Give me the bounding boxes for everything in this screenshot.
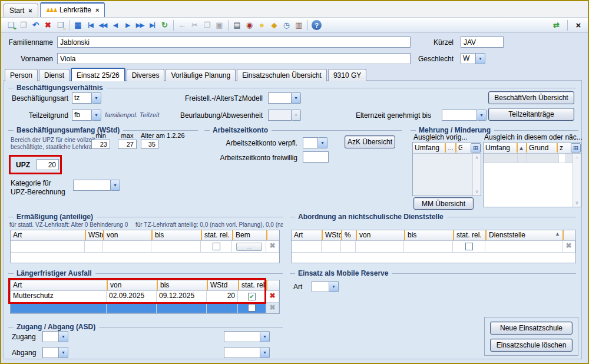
column-art[interactable]: Art [292, 230, 322, 240]
sort-icon[interactable]: ▴ [517, 143, 526, 153]
column-z[interactable]: z [557, 143, 564, 153]
window-close-icon[interactable]: × [573, 20, 584, 30]
column-art[interactable]: Art [11, 230, 85, 240]
column-dots[interactable]: ... [445, 143, 455, 153]
stat-rel-checkbox-checked[interactable]: ✔ [248, 293, 256, 300]
einsatzschule-loeschen-button[interactable]: Einsatzschule löschen [490, 339, 573, 352]
nav-next-fast-icon[interactable]: ▶▶ [134, 19, 146, 31]
scroll-down-icon[interactable]: ∨ [475, 189, 479, 194]
ausfall-row-mutterschutz[interactable]: Mutterschutz 02.09.2025 09.12.2025 20 ✔ … [11, 291, 279, 303]
back-icon[interactable]: ← [176, 19, 188, 31]
module-switch-icon[interactable]: ⇄ [550, 19, 562, 31]
reminder-clock-icon[interactable]: ◷ [280, 19, 293, 31]
column-picker-icon[interactable]: ⊞ [471, 143, 481, 153]
copy-icon[interactable]: ❐ [201, 19, 213, 31]
mobile-art-select[interactable]: ▾ [312, 281, 339, 292]
column-grund[interactable]: G [455, 143, 462, 153]
preview-icon[interactable]: ◉ [243, 19, 256, 31]
alter-input[interactable] [141, 140, 158, 149]
nav-last-icon[interactable]: ▶| [146, 19, 158, 31]
chevron-down-icon[interactable]: ▾ [59, 347, 68, 358]
vornamen-input[interactable] [57, 53, 411, 64]
new-record-icon[interactable]: ❏+ [5, 19, 17, 31]
tab-close-icon[interactable]: × [28, 7, 32, 14]
edit-form-icon[interactable]: ❒− [54, 19, 67, 31]
delete-row-icon[interactable]: ✖ [266, 303, 279, 313]
column-wstd[interactable]: WStd [85, 230, 103, 240]
teilzeitgrund-select[interactable]: fb ▾ [72, 110, 101, 121]
column-bis[interactable]: bis [151, 230, 201, 240]
notification-horn-icon[interactable]: ◆ [268, 19, 280, 31]
selected-empty-row[interactable]: ✖ [11, 303, 279, 313]
upz-input[interactable] [37, 159, 59, 170]
tab-einsatz[interactable]: Einsatz 25/26 [71, 68, 125, 81]
print-icon[interactable]: ▤ [231, 19, 243, 31]
chevron-down-icon[interactable]: ▾ [477, 110, 487, 121]
column-wstd[interactable]: WStd [322, 230, 341, 240]
empty-row[interactable]: ... ✖ [11, 241, 279, 253]
tab-diverses[interactable]: Diverses [127, 69, 165, 81]
save-icon[interactable]: ❐ [17, 19, 29, 31]
tab-dienst[interactable]: Dienst [39, 69, 70, 81]
column-von[interactable]: von [356, 230, 404, 240]
tab-9310-gy[interactable]: 9310 GY [328, 69, 366, 81]
nav-prev-icon[interactable]: ◀ [109, 19, 121, 31]
column-art[interactable]: Art [11, 280, 107, 290]
upz-max-input[interactable] [118, 140, 137, 149]
beschaeftigungsart-select[interactable]: tz ▾ [72, 92, 101, 104]
column-bem[interactable]: Bem [232, 230, 266, 240]
chevron-down-icon[interactable]: ▾ [318, 137, 327, 148]
paste-icon[interactable]: ▣ [213, 19, 226, 31]
data-list-icon[interactable]: ▦ [72, 19, 84, 31]
scrollbar[interactable]: ∧ ∨ [472, 154, 481, 196]
nav-next-icon[interactable]: ▶ [121, 19, 134, 31]
chevron-down-icon[interactable]: ▾ [260, 347, 270, 358]
elternzeit-select[interactable]: ▾ [442, 110, 487, 121]
undo-icon[interactable]: ↶ [29, 19, 42, 31]
familienname-input[interactable] [57, 37, 411, 48]
column-von[interactable]: von [107, 280, 157, 290]
kategorie-select[interactable]: ▾ [73, 180, 120, 191]
scroll-up-icon[interactable]: ∧ [475, 155, 479, 160]
column-bis[interactable]: bis [157, 280, 207, 290]
bem-ellipsis-button[interactable]: ... [236, 243, 262, 251]
column-umfang[interactable]: Umfang [484, 143, 517, 153]
scroll-up-icon[interactable]: ∧ [575, 155, 579, 160]
abgang-datum-select[interactable]: ▾ [224, 347, 270, 358]
tab-person[interactable]: Person [5, 69, 38, 81]
column-grund[interactable]: Grund [526, 143, 557, 153]
scroll-down-icon[interactable]: ∨ [575, 200, 579, 206]
hint-lightbulb-icon[interactable]: ● [256, 19, 268, 31]
chevron-down-icon[interactable]: ▾ [476, 53, 485, 64]
window-tab-lehrkraefte[interactable]: ♟♟♟ Lehrkräfte × [40, 2, 105, 17]
sort-asc-icon[interactable]: ▲ [555, 231, 560, 240]
chevron-down-icon[interactable]: ▾ [111, 180, 120, 191]
empty-row[interactable]: ✖ [292, 241, 575, 253]
upz-min-input[interactable] [91, 140, 110, 149]
azk-verpfl-select[interactable]: ▾ [303, 137, 327, 148]
delete-row-icon[interactable]: ✖ [266, 241, 279, 253]
delete-row-icon[interactable]: ✖ [562, 241, 575, 253]
stat-rel-checkbox[interactable] [465, 243, 473, 250]
geschlecht-select[interactable]: W ▾ [461, 53, 485, 64]
abgang-select[interactable]: ▾ [42, 347, 68, 358]
chevron-down-icon[interactable]: ▾ [92, 92, 101, 104]
stat-rel-checkbox[interactable] [213, 243, 220, 250]
column-dienststelle[interactable]: Dienststelle▲ [485, 230, 562, 240]
tab-close-icon[interactable]: × [95, 6, 99, 14]
beschaeftverh-uebersicht-button[interactable]: BeschäftVerh Übersicht [488, 91, 574, 104]
nav-prev-fast-icon[interactable]: ◀◀ [97, 19, 109, 31]
column-stat-rel[interactable]: stat. rel. [238, 280, 266, 290]
column-bis[interactable]: bis [404, 230, 453, 240]
zugang-select[interactable]: ▾ [42, 331, 68, 342]
zugang-datum-select[interactable]: ▾ [224, 331, 270, 342]
scrollbar[interactable]: ∧ ∨ [573, 154, 581, 207]
column-stat-rel[interactable]: stat. rel. [453, 230, 485, 240]
chevron-down-icon[interactable]: ▾ [260, 331, 270, 342]
teilzeitantraege-button[interactable]: Teilzeitanträge [488, 108, 574, 121]
chevron-down-icon[interactable]: ▾ [59, 331, 68, 342]
stat-rel-checkbox[interactable] [248, 304, 256, 312]
column-picker-icon[interactable]: ⊞ [571, 143, 581, 153]
tab-vorlaeufige-planung[interactable]: Vorläufige Planung [166, 69, 236, 81]
neue-einsatzschule-button[interactable]: Neue Einsatzschule [490, 322, 573, 335]
